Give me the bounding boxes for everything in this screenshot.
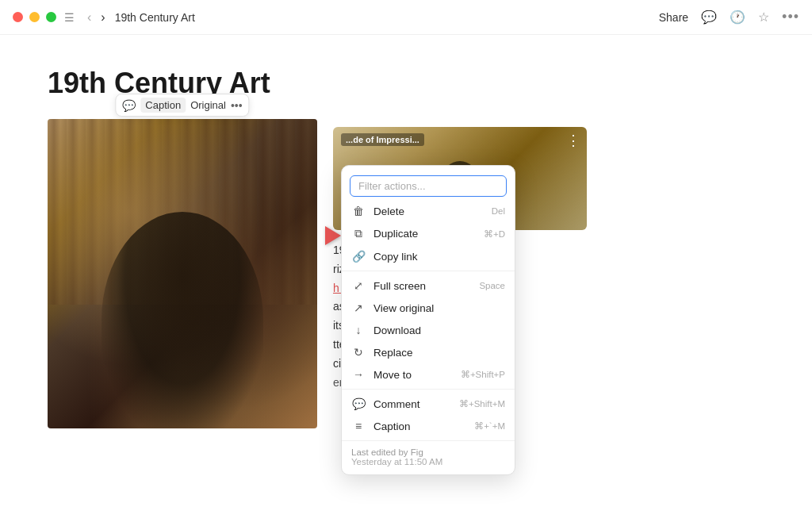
delete-shortcut: Del	[492, 206, 505, 216]
video-more-icon[interactable]: ⋮	[566, 133, 580, 148]
menu-item-fullscreen[interactable]: ⤢ Full screen Space	[342, 275, 515, 297]
toolbar-more-icon[interactable]: •••	[231, 99, 243, 112]
menu-item-download[interactable]: ↓ Download	[342, 319, 515, 341]
video-title: ...de of Impressi...	[341, 133, 424, 146]
menu-item-duplicate[interactable]: ⧉ Duplicate ⌘+D	[342, 222, 515, 245]
copy-link-label: Copy link	[373, 251, 505, 263]
caption-toolbar-label[interactable]: Caption	[140, 98, 186, 113]
menu-item-move-to[interactable]: → Move to ⌘+Shift+P	[342, 363, 515, 386]
fullscreen-label: Full screen	[373, 280, 471, 292]
duplicate-shortcut: ⌘+D	[484, 228, 505, 240]
titlebar-right: Share 💬 🕐 ☆ •••	[659, 9, 799, 25]
painting-image[interactable]	[48, 119, 317, 428]
move-to-shortcut: ⌘+Shift+P	[461, 369, 505, 380]
comment-icon[interactable]: 💬	[701, 10, 717, 25]
menu-item-view-original[interactable]: ↗ View original	[342, 297, 515, 319]
original-toolbar-label[interactable]: Original	[190, 99, 226, 111]
footer-editor: Last edited by Fig	[351, 447, 423, 457]
menu-item-delete[interactable]: 🗑 Delete Del	[342, 200, 515, 222]
main-content: 19th Century Art 💬 Caption Original •••	[0, 35, 812, 444]
download-label: Download	[373, 324, 505, 336]
image-toolbar: 💬 Caption Original •••	[115, 94, 249, 117]
nav-arrows: ‹ ›	[84, 9, 109, 26]
menu-footer: Last edited by Fig Yesterday at 11:50 AM	[342, 440, 515, 470]
star-icon[interactable]: ☆	[758, 10, 769, 25]
image-block: 💬 Caption Original •••	[48, 119, 317, 428]
download-icon: ↓	[351, 324, 366, 336]
arrow-shape	[325, 226, 341, 245]
menu-separator-1	[342, 271, 515, 271]
painting-overlay	[48, 119, 317, 428]
caption-label: Caption	[373, 420, 466, 432]
replace-icon: ↻	[351, 346, 366, 359]
copy-link-icon: 🔗	[351, 250, 366, 263]
comment-shortcut: ⌘+Shift+M	[459, 398, 505, 409]
replace-label: Replace	[373, 347, 505, 359]
page-title-bar: 19th Century Art	[115, 11, 195, 24]
caption-icon: 💬	[122, 99, 136, 112]
menu-item-caption[interactable]: ≡ Caption ⌘+`+M	[342, 415, 515, 437]
titlebar: ☰ ‹ › 19th Century Art Share 💬 🕐 ☆ •••	[0, 0, 812, 35]
view-original-icon: ↗	[351, 301, 366, 314]
history-icon[interactable]: 🕐	[730, 10, 745, 25]
hamburger-icon[interactable]: ☰	[64, 11, 75, 24]
more-options-icon[interactable]: •••	[782, 9, 799, 25]
comment-menu-icon: 💬	[351, 397, 366, 410]
minimize-button[interactable]	[29, 12, 40, 22]
menu-item-comment[interactable]: 💬 Comment ⌘+Shift+M	[342, 393, 515, 415]
menu-separator-2	[342, 389, 515, 390]
delete-label: Delete	[373, 205, 484, 217]
caption-shortcut: ⌘+`+M	[474, 420, 505, 432]
arrow-indicator	[325, 226, 341, 245]
caption-menu-icon: ≡	[351, 420, 366, 432]
move-to-label: Move to	[373, 369, 453, 381]
fullscreen-shortcut: Space	[479, 281, 505, 290]
forward-arrow[interactable]: ›	[98, 9, 108, 26]
filter-input[interactable]	[350, 175, 507, 197]
back-arrow[interactable]: ‹	[84, 9, 94, 26]
comment-label: Comment	[373, 398, 451, 410]
content-row: 💬 Caption Original ••• 🗑 Delete Del	[48, 119, 764, 428]
maximize-button[interactable]	[46, 12, 56, 22]
menu-item-copy-link[interactable]: 🔗 Copy link	[342, 245, 515, 267]
fullscreen-icon: ⤢	[351, 279, 366, 292]
context-menu: 🗑 Delete Del ⧉ Duplicate ⌘+D 🔗 Copy link…	[341, 165, 515, 475]
close-button[interactable]	[13, 12, 23, 22]
share-button[interactable]: Share	[659, 11, 688, 24]
move-to-icon: →	[351, 368, 366, 381]
filter-input-wrap	[342, 171, 515, 200]
duplicate-label: Duplicate	[373, 228, 476, 240]
view-original-label: View original	[373, 302, 505, 314]
delete-icon: 🗑	[351, 205, 366, 217]
menu-item-replace[interactable]: ↻ Replace	[342, 341, 515, 363]
traffic-lights	[13, 12, 56, 22]
duplicate-icon: ⧉	[351, 227, 366, 240]
footer-time: Yesterday at 11:50 AM	[351, 457, 442, 466]
